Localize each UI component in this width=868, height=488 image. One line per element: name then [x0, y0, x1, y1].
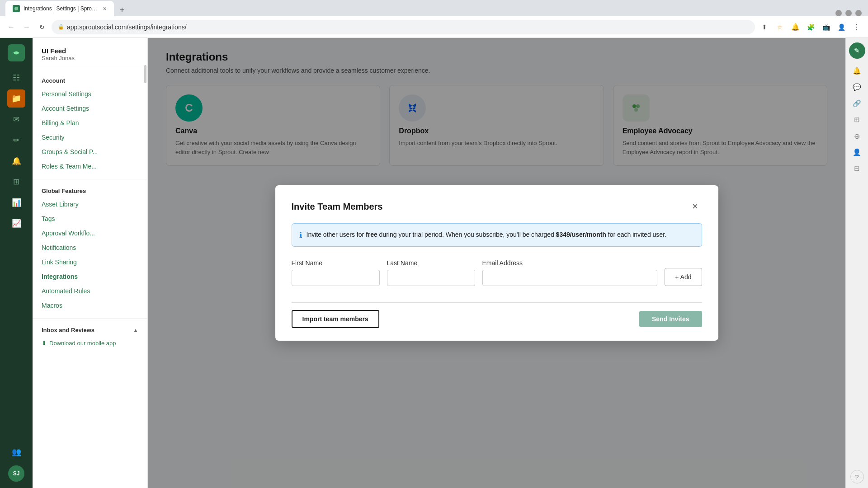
- extensions-btn[interactable]: 🧩: [805, 21, 816, 33]
- modal-overlay[interactable]: Invite Team Members × ℹ Invite other use…: [148, 38, 845, 488]
- sidebar-item-roles[interactable]: Roles & Team Me...: [33, 159, 147, 174]
- sidebar-item-billing[interactable]: Billing & Plan: [33, 116, 147, 130]
- address-text: app.sproutsocial.com/settings/integratio…: [67, 23, 187, 31]
- settings-sidebar: UI Feed Sarah Jonas Account Personal Set…: [33, 38, 148, 488]
- pencil-icon[interactable]: ✏: [7, 131, 25, 149]
- folder-icon[interactable]: 📁: [7, 89, 25, 108]
- browser-chrome: Integrations | Settings | Sprout S... × …: [0, 0, 868, 16]
- maximize-btn[interactable]: [845, 10, 852, 16]
- right-panel: ✎ 🔔 💬 🔗 ⊞ ⊕ 👤 ⊟ ?: [845, 38, 868, 488]
- import-team-members-button[interactable]: Import team members: [292, 310, 379, 328]
- team-icon[interactable]: 👥: [7, 443, 25, 461]
- address-bar[interactable]: 🔒 app.sproutsocial.com/settings/integrat…: [52, 20, 755, 34]
- add-button[interactable]: + Add: [665, 268, 702, 286]
- svg-point-0: [14, 7, 18, 10]
- first-name-input[interactable]: [292, 270, 380, 286]
- minimize-btn[interactable]: [835, 10, 842, 16]
- menu-btn[interactable]: ⋮: [851, 21, 863, 33]
- home-icon[interactable]: ☷: [7, 69, 25, 87]
- tab-title: Integrations | Settings | Sprout S...: [24, 5, 98, 12]
- account-section-title: Account: [33, 75, 147, 87]
- address-bar-container: ← → ↻ 🔒 app.sproutsocial.com/settings/in…: [0, 16, 868, 38]
- bell-icon[interactable]: 🔔: [7, 152, 25, 170]
- back-btn[interactable]: ←: [5, 21, 17, 33]
- notifications-btn[interactable]: 🔔: [789, 21, 801, 33]
- app-logo[interactable]: [8, 44, 25, 61]
- info-circle-icon: ℹ: [299, 230, 302, 240]
- sidebar-item-link-sharing[interactable]: Link Sharing: [33, 255, 147, 269]
- info-text: Invite other users for free during your …: [307, 230, 666, 240]
- tab-favicon: [13, 5, 20, 12]
- inbox-chevron-icon[interactable]: ▲: [133, 327, 138, 333]
- right-help-icon[interactable]: ?: [850, 470, 864, 483]
- sidebar-item-notifications[interactable]: Notifications: [33, 240, 147, 255]
- right-add-icon[interactable]: ⊕: [850, 129, 864, 143]
- info-banner: ℹ Invite other users for free during you…: [292, 223, 702, 247]
- grid-icon[interactable]: ⊞: [7, 173, 25, 191]
- reload-btn[interactable]: ↻: [36, 21, 48, 33]
- email-label: Email Address: [482, 259, 658, 267]
- bookmark-btn[interactable]: ☆: [774, 21, 786, 33]
- sidebar-item-tags[interactable]: Tags: [33, 211, 147, 226]
- right-chat-icon[interactable]: 💬: [850, 80, 864, 94]
- download-icon: ⬇: [42, 340, 47, 347]
- right-grid-icon[interactable]: ⊞: [850, 113, 864, 127]
- sidebar-item-groups[interactable]: Groups & Social P...: [33, 145, 147, 159]
- first-name-label: First Name: [292, 259, 380, 267]
- right-user-icon[interactable]: 👤: [850, 145, 864, 159]
- sidebar-item-asset[interactable]: Asset Library: [33, 197, 147, 211]
- chart-bar-icon[interactable]: 📊: [7, 193, 25, 211]
- last-name-label: Last Name: [387, 259, 475, 267]
- sidebar-item-account[interactable]: Account Settings: [33, 101, 147, 116]
- share-btn[interactable]: ⬆: [759, 21, 770, 33]
- inbox-icon[interactable]: ✉: [7, 110, 25, 128]
- global-section-title: Global Features: [33, 185, 147, 197]
- sidebar-item-approval[interactable]: Approval Workflo...: [33, 226, 147, 240]
- inbox-section-header: Inbox and Reviews ▲: [33, 324, 147, 336]
- last-name-input[interactable]: [387, 270, 475, 286]
- sidebar-item-automated[interactable]: Automated Rules: [33, 284, 147, 298]
- right-table-icon[interactable]: ⊟: [850, 162, 864, 175]
- sidebar-section-label: UI Feed: [42, 47, 138, 55]
- scroll-indicator: [144, 65, 146, 83]
- profile-btn[interactable]: 👤: [835, 21, 847, 33]
- sidebar-item-personal[interactable]: Personal Settings: [33, 87, 147, 101]
- sidebar-user-name: Sarah Jonas: [42, 55, 138, 61]
- email-input[interactable]: [482, 270, 658, 286]
- cast-btn[interactable]: 📺: [820, 21, 832, 33]
- sidebar-item-security[interactable]: Security: [33, 130, 147, 145]
- modal-close-button[interactable]: ×: [689, 200, 702, 213]
- send-invites-button[interactable]: Send Invites: [639, 311, 702, 327]
- tab-close[interactable]: ×: [103, 5, 107, 12]
- lock-icon: 🔒: [58, 24, 64, 30]
- modal-title: Invite Team Members: [292, 202, 383, 212]
- main-content: Integrations Connect additional tools to…: [148, 38, 845, 488]
- user-avatar[interactable]: SJ: [8, 465, 24, 482]
- edit-fab[interactable]: ✎: [849, 42, 865, 59]
- right-bell-icon[interactable]: 🔔: [850, 64, 864, 78]
- sidebar-item-macros[interactable]: Macros: [33, 298, 147, 313]
- browser-tab[interactable]: Integrations | Settings | Sprout S... ×: [5, 1, 114, 16]
- right-link-icon[interactable]: 🔗: [850, 97, 864, 110]
- forward-btn[interactable]: →: [21, 21, 33, 33]
- new-tab-btn[interactable]: +: [116, 4, 128, 16]
- invite-modal: Invite Team Members × ℹ Invite other use…: [275, 185, 718, 341]
- sidebar-download-link[interactable]: ⬇ Download our mobile app: [33, 336, 147, 350]
- sidebar-item-integrations[interactable]: Integrations: [33, 269, 147, 284]
- icon-rail: ☷ 📁 ✉ ✏ 🔔 ⊞ 📊 📈 👥 SJ: [0, 38, 33, 488]
- analytics-icon[interactable]: 📈: [7, 214, 25, 232]
- close-btn[interactable]: [855, 10, 862, 16]
